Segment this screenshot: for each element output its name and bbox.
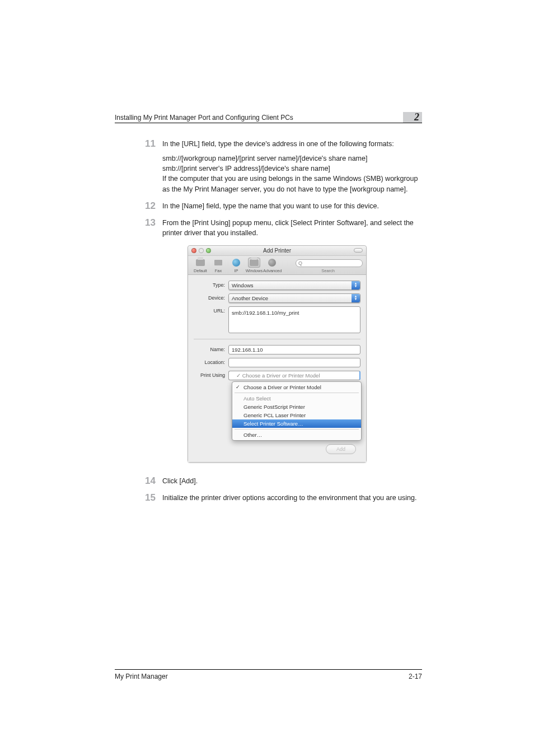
toolbar-toggle-icon[interactable] xyxy=(354,248,363,253)
menu-item[interactable]: Generic PostScript Printer xyxy=(232,403,361,411)
location-field[interactable] xyxy=(228,358,360,367)
field-value: Another Device xyxy=(232,294,268,302)
field-label: URL: xyxy=(194,306,228,314)
device-popup[interactable]: Another Device ▲▼ xyxy=(228,293,360,303)
step-number: 11 xyxy=(115,139,162,194)
toolbar-label: Search xyxy=(321,268,363,273)
step-body: Click [Add]. xyxy=(162,476,422,487)
menu-separator xyxy=(235,393,359,393)
field-value: 192.168.1.10 xyxy=(232,346,263,354)
zoom-icon[interactable] xyxy=(206,248,211,253)
step-13: 13 From the [Print Using] popup menu, cl… xyxy=(115,218,422,238)
toolbar-search-area: Q Search xyxy=(281,259,363,273)
menu-item[interactable]: Choose a Driver or Printer Model xyxy=(232,383,361,391)
field-label: Name: xyxy=(194,347,228,352)
toolbar-label: IP xyxy=(227,268,245,273)
menu-item[interactable]: Other… xyxy=(232,431,361,439)
step-text: Initialize the printer driver options ac… xyxy=(162,493,422,503)
step-12: 12 In the [Name] field, type the name th… xyxy=(115,201,422,212)
separator xyxy=(194,339,360,339)
window-toolbar: Default Fax IP Windows Advanced Q xyxy=(188,256,366,275)
form-area: Type: Windows ▲▼ Device: Another Device … xyxy=(188,275,366,462)
form-row-name: Name: 192.168.1.10 xyxy=(194,345,360,354)
add-printer-window: Add Printer Default Fax IP Windows xyxy=(188,245,367,463)
fax-icon xyxy=(212,258,224,268)
section-title: Installing My Print Manager Port and Con… xyxy=(115,114,397,122)
toolbar-item-windows[interactable]: Windows xyxy=(245,258,263,273)
type-popup[interactable]: Windows ▲▼ xyxy=(228,281,360,290)
form-row-url: URL: smb://192.168.1.10/my_print xyxy=(194,306,360,333)
toolbar-item-fax[interactable]: Fax xyxy=(209,258,227,273)
url-field[interactable]: smb://192.168.1.10/my_print xyxy=(228,306,360,333)
toolbar-label: Default xyxy=(191,268,209,273)
step-text: smb://[workgroup name]/[print server nam… xyxy=(162,153,422,194)
gear-icon xyxy=(266,258,278,268)
step-body: From the [Print Using] popup menu, click… xyxy=(162,218,422,238)
button-label: Add xyxy=(336,446,345,452)
step-number: 12 xyxy=(115,201,162,212)
field-value: Windows xyxy=(232,281,254,290)
form-row-print-using: Print Using ✓ Choose a Driver or Printer… xyxy=(194,371,360,380)
form-row-location: Location: xyxy=(194,358,360,367)
page-footer: My Print Manager 2-17 xyxy=(115,669,422,680)
menu-separator xyxy=(235,429,359,430)
step-15: 15 Initialize the printer driver options… xyxy=(115,493,422,503)
toolbar-label: Advanced xyxy=(263,268,281,273)
print-using-popup[interactable]: ✓ Choose a Driver or Printer Model xyxy=(228,371,360,380)
chapter-number-badge: 2 xyxy=(403,112,422,123)
name-field[interactable]: 192.168.1.10 xyxy=(228,345,360,354)
document-page: Installing My Print Manager Port and Con… xyxy=(0,0,534,756)
field-value: Choose a Driver or Printer Model xyxy=(242,371,320,380)
window-title: Add Printer xyxy=(188,246,366,256)
step-text: From the [Print Using] popup menu, click… xyxy=(162,218,422,238)
page-header: Installing My Print Manager Port and Con… xyxy=(115,112,422,123)
step-text: Click [Add]. xyxy=(162,476,422,486)
field-label: Print Using xyxy=(194,372,228,378)
form-row-device: Device: Another Device ▲▼ xyxy=(194,293,360,303)
chevron-updown-icon: ▲▼ xyxy=(352,294,360,302)
menu-item[interactable]: Auto Select xyxy=(232,394,361,403)
step-body: Initialize the printer driver options ac… xyxy=(162,493,422,503)
toolbar-label: Windows xyxy=(245,268,263,273)
toolbar-label: Fax xyxy=(209,268,227,273)
step-text: In the [URL] field, type the device's ad… xyxy=(162,139,422,149)
close-icon[interactable] xyxy=(191,248,196,253)
step-number: 13 xyxy=(115,218,162,238)
minimize-icon[interactable] xyxy=(199,248,204,253)
window-titlebar: Add Printer xyxy=(188,246,366,256)
step-11: 11 In the [URL] field, type the device's… xyxy=(115,139,422,194)
printer-icon xyxy=(194,258,207,268)
toolbar-item-ip[interactable]: IP xyxy=(227,258,245,273)
print-using-menu: Choose a Driver or Printer ModelAuto Sel… xyxy=(232,381,362,441)
toolbar-item-default[interactable]: Default xyxy=(191,258,209,273)
step-14: 14 Click [Add]. xyxy=(115,476,422,487)
search-icon: Q xyxy=(298,260,302,266)
field-label: Device: xyxy=(194,295,228,301)
field-value: smb://192.168.1.10/my_print xyxy=(232,309,299,317)
printer-icon xyxy=(248,258,260,268)
button-row: Add xyxy=(194,441,360,459)
globe-icon xyxy=(230,258,242,268)
form-row-type: Type: Windows ▲▼ xyxy=(194,281,360,290)
menu-item[interactable]: Select Printer Software… xyxy=(232,419,361,428)
step-body: In the [Name] field, type the name that … xyxy=(162,201,422,212)
field-label: Location: xyxy=(194,360,228,365)
search-input[interactable]: Q xyxy=(296,259,363,267)
toolbar-item-advanced[interactable]: Advanced xyxy=(263,258,281,273)
menu-item[interactable]: Generic PCL Laser Printer xyxy=(232,411,361,419)
field-label: Type: xyxy=(194,282,228,288)
step-body: In the [URL] field, type the device's ad… xyxy=(162,139,422,194)
window-controls xyxy=(191,248,211,253)
footer-right: 2-17 xyxy=(409,673,422,680)
step-number: 14 xyxy=(115,476,162,487)
chevron-updown-icon: ▲▼ xyxy=(352,281,360,290)
footer-left: My Print Manager xyxy=(115,673,168,680)
step-text: In the [Name] field, type the name that … xyxy=(162,201,422,211)
step-number: 15 xyxy=(115,493,162,503)
add-button[interactable]: Add xyxy=(326,444,356,454)
